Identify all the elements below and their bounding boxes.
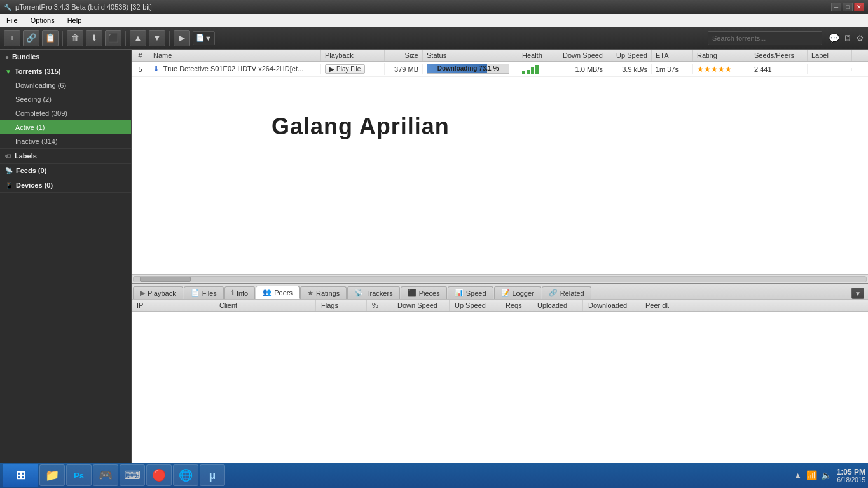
download-button[interactable]: ⬇ bbox=[86, 30, 102, 46]
peers-col-upspeed[interactable]: Up Speed bbox=[450, 300, 500, 311]
sidebar-item-downloading[interactable]: Downloading (6) bbox=[0, 78, 131, 92]
monitor-icon[interactable]: 🖥 bbox=[843, 33, 852, 43]
ratings-tab-icon: ★ bbox=[307, 289, 313, 297]
peers-tab-icon: 👥 bbox=[263, 288, 272, 296]
health-bar-2 bbox=[527, 70, 530, 74]
menu-file[interactable]: File bbox=[3, 15, 22, 25]
col-header-eta[interactable]: ETA bbox=[652, 50, 693, 61]
taskbar-game[interactable]: 🎮 bbox=[93, 464, 118, 486]
tab-playback[interactable]: ▶ Playback bbox=[133, 286, 183, 299]
menu-options[interactable]: Options bbox=[27, 15, 59, 25]
peers-col-flags[interactable]: Flags bbox=[316, 300, 367, 311]
horizontal-scrollbar[interactable] bbox=[132, 274, 868, 283]
col-header-label[interactable]: Label bbox=[808, 50, 852, 61]
maximize-button[interactable]: □ bbox=[843, 3, 853, 11]
taskbar-utorrent[interactable]: µ bbox=[200, 464, 225, 486]
scrollbar-track[interactable] bbox=[133, 276, 867, 282]
col-header-num[interactable]: # bbox=[132, 50, 149, 61]
tab-related[interactable]: 🔗 Related bbox=[542, 286, 591, 299]
col-header-status[interactable]: Status bbox=[423, 50, 518, 61]
taskbar-right: ▲ 📶 🔈 1:05 PM 6/18/2015 bbox=[794, 468, 865, 484]
sidebar-item-completed[interactable]: Completed (309) bbox=[0, 106, 131, 120]
col-header-rating[interactable]: Rating bbox=[693, 50, 750, 61]
torrent-health bbox=[518, 64, 556, 75]
tab-ratings[interactable]: ★ Ratings bbox=[300, 286, 347, 299]
tab-playback-label: Playback bbox=[148, 289, 176, 297]
torrent-seedspeers: 2.441 bbox=[750, 64, 808, 74]
sidebar-item-active[interactable]: Active (1) bbox=[0, 120, 131, 134]
taskbar-explorer[interactable]: 📁 bbox=[39, 464, 65, 486]
col-header-size[interactable]: Size bbox=[385, 50, 423, 61]
col-header-downspeed[interactable]: Down Speed bbox=[556, 50, 607, 61]
toolbar-separator-1 bbox=[62, 31, 63, 46]
torrent-name-text: True Detective S01E02 HDTV x264-2HD[et..… bbox=[163, 65, 303, 73]
peers-col-uploaded[interactable]: Uploaded bbox=[532, 300, 583, 311]
scrollbar-thumb[interactable] bbox=[140, 277, 191, 282]
peers-header: IP Client Flags % Down Speed Up Speed Re… bbox=[132, 300, 868, 312]
tab-info[interactable]: ℹ Info bbox=[224, 286, 255, 299]
peers-col-peerdl[interactable]: Peer dl. bbox=[640, 300, 691, 311]
sidebar-item-labels[interactable]: 🏷 Labels bbox=[0, 149, 131, 163]
pieces-tab-icon: ⬛ bbox=[408, 289, 417, 297]
tab-trackers[interactable]: 📡 Trackers bbox=[347, 286, 399, 299]
taskbar-browser2[interactable]: 🌐 bbox=[173, 464, 198, 486]
bundles-label: Bundles bbox=[12, 53, 39, 60]
remove-torrent-button[interactable]: 🗑 bbox=[67, 30, 83, 46]
torrent-rating: ★★★★★ bbox=[693, 64, 750, 75]
torrent-label bbox=[808, 68, 852, 71]
peers-col-client[interactable]: Client bbox=[214, 300, 316, 311]
col-header-seedspeers[interactable]: Seeds/Peers bbox=[750, 50, 808, 61]
move-down-button[interactable]: ▼ bbox=[149, 30, 165, 46]
tab-files[interactable]: 📄 Files bbox=[184, 286, 224, 299]
sidebar-item-torrents[interactable]: ▼ Torrents (315) bbox=[0, 64, 131, 78]
chat-icon[interactable]: 💬 bbox=[829, 33, 839, 43]
sidebar-item-seeding[interactable]: Seeding (2) bbox=[0, 92, 131, 106]
peers-col-reqs[interactable]: Reqs bbox=[500, 300, 532, 311]
menu-help[interactable]: Help bbox=[64, 15, 86, 25]
tab-logger[interactable]: 📝 Logger bbox=[494, 286, 541, 299]
sidebar-completed-label: Completed (309) bbox=[15, 109, 67, 117]
sidebar-item-bundles[interactable]: ● Bundles bbox=[0, 50, 131, 64]
stream-button[interactable]: ▶ bbox=[174, 30, 190, 46]
move-up-button[interactable]: ▲ bbox=[130, 30, 146, 46]
add-from-url-button[interactable]: 📋 bbox=[42, 30, 59, 46]
settings-icon[interactable]: ⚙ bbox=[856, 33, 864, 43]
sidebar-item-feeds[interactable]: 📡 Feeds (0) bbox=[0, 164, 131, 178]
sidebar-item-devices[interactable]: 📱 Devices (0) bbox=[0, 178, 131, 192]
peers-col-downspeed[interactable]: Down Speed bbox=[392, 300, 450, 311]
taskbar-wifi-icon: 📶 bbox=[806, 470, 817, 480]
table-row[interactable]: 5 ⬇ True Detective S01E02 HDTV x264-2HD[… bbox=[132, 62, 868, 77]
peers-table: IP Client Flags % Down Speed Up Speed Re… bbox=[132, 300, 868, 474]
sidebar-seeding-label: Seeding (2) bbox=[15, 95, 52, 103]
health-bar-3 bbox=[531, 67, 534, 74]
stop-button[interactable]: ⬛ bbox=[105, 30, 121, 46]
search-input[interactable] bbox=[708, 31, 822, 45]
col-header-name[interactable]: Name bbox=[149, 50, 321, 61]
tab-logger-label: Logger bbox=[513, 289, 534, 297]
sidebar-item-inactive[interactable]: Inactive (314) bbox=[0, 134, 131, 148]
sidebar-feeds-label: Feeds (0) bbox=[16, 167, 46, 174]
taskbar-chrome[interactable]: 🔴 bbox=[146, 464, 172, 486]
peers-col-pct[interactable]: % bbox=[367, 300, 392, 311]
peers-col-downloaded[interactable]: Downloaded bbox=[583, 300, 640, 311]
tab-pieces[interactable]: ⬛ Pieces bbox=[401, 286, 447, 299]
col-header-upspeed[interactable]: Up Speed bbox=[607, 50, 652, 61]
add-magnet-button[interactable]: 🔗 bbox=[23, 30, 39, 46]
add-torrent-button[interactable]: + bbox=[4, 30, 20, 46]
tab-peers[interactable]: 👥 Peers bbox=[256, 286, 300, 299]
dropdown-button[interactable]: 📄 ▼ bbox=[193, 31, 215, 45]
col-header-health[interactable]: Health bbox=[518, 50, 556, 61]
taskbar-up-arrow-icon[interactable]: ▲ bbox=[794, 470, 803, 480]
tab-speed[interactable]: 📊 Speed bbox=[448, 286, 493, 299]
play-file-button[interactable]: ▶ Play File bbox=[325, 64, 365, 74]
taskbar-photoshop[interactable]: Ps bbox=[66, 464, 92, 486]
close-button[interactable]: ✕ bbox=[854, 3, 864, 11]
taskbar-volume-icon[interactable]: 🔈 bbox=[821, 470, 832, 480]
col-header-playback[interactable]: Playback bbox=[321, 50, 385, 61]
taskbar-keyboard[interactable]: ⌨ bbox=[120, 464, 145, 486]
minimize-button[interactable]: ─ bbox=[831, 3, 841, 11]
panel-expand-button[interactable]: ▼ bbox=[851, 288, 864, 299]
peers-col-ip[interactable]: IP bbox=[132, 300, 214, 311]
start-button[interactable]: ⊞ bbox=[3, 464, 38, 487]
sidebar-labels-label: Labels bbox=[15, 152, 37, 160]
